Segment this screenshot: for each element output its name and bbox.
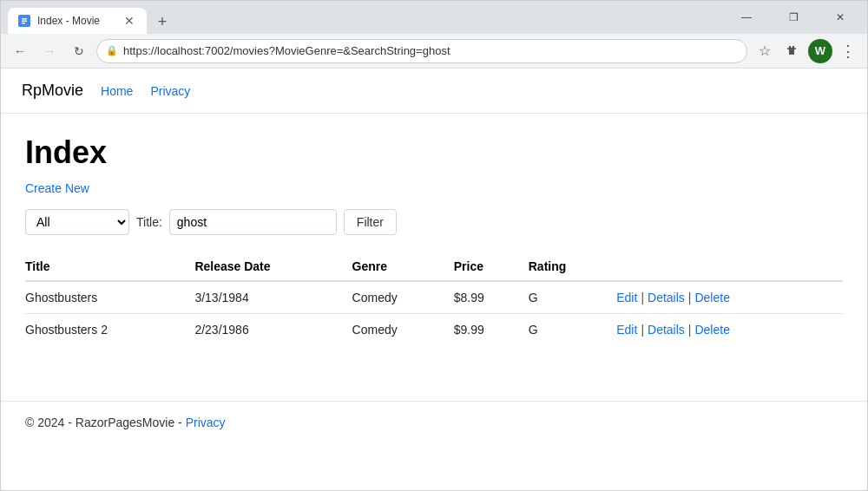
forward-button[interactable]: → (37, 39, 62, 63)
col-release-date: Release Date (194, 252, 352, 281)
toolbar-actions: ☆ W ⋮ (753, 39, 860, 63)
col-genre: Genre (352, 252, 454, 281)
browser-toolbar: ← → ↻ 🔒 https://localhost:7002/movies?Mo… (1, 34, 867, 69)
menu-button[interactable]: ⋮ (836, 39, 860, 63)
bookmark-icon[interactable]: ☆ (753, 39, 777, 63)
site-brand[interactable]: RpMovie (22, 82, 83, 100)
browser-tab[interactable]: Index - Movie ✕ (8, 8, 147, 34)
address-bar[interactable]: 🔒 https://localhost:7002/movies?MovieGen… (96, 39, 747, 63)
tab-title: Index - Movie (37, 15, 100, 27)
lock-icon: 🔒 (106, 45, 118, 56)
svg-rect-1 (22, 18, 27, 20)
url-text: https://localhost:7002/movies?MovieGenre… (123, 44, 738, 57)
details-link[interactable]: Details (648, 323, 685, 337)
page-content: RpMovie Home Privacy Index Create New Al… (1, 69, 867, 490)
cell-release-date: 2/23/1986 (194, 314, 352, 346)
sep1: | (641, 323, 644, 337)
footer-text: © 2024 - RazorPagesMovie - (25, 416, 182, 429)
browser-titlebar: Index - Movie ✕ + — ❐ ✕ (1, 1, 867, 34)
cell-rating: G (529, 314, 617, 346)
cell-title: Ghostbusters (25, 281, 194, 314)
cell-rating: G (529, 281, 617, 314)
svg-rect-2 (22, 21, 27, 23)
sep2: | (688, 323, 692, 337)
table-row: Ghostbusters 3/13/1984 Comedy $8.99 G Ed… (25, 281, 843, 314)
cell-price: $9.99 (454, 314, 529, 346)
col-title: Title (25, 252, 194, 281)
movies-table: Title Release Date Genre Price Rating Gh… (25, 252, 843, 345)
site-nav: RpMovie Home Privacy (1, 69, 867, 114)
edit-link[interactable]: Edit (616, 323, 637, 337)
col-rating: Rating (529, 252, 617, 281)
back-button[interactable]: ← (8, 39, 32, 63)
cell-price: $8.99 (454, 281, 529, 314)
filter-button[interactable]: Filter (344, 209, 397, 235)
delete-link[interactable]: Delete (694, 291, 729, 304)
table-row: Ghostbusters 2 2/23/1986 Comedy $9.99 G … (25, 314, 843, 346)
title-filter-label: Title: (136, 215, 162, 229)
profile-button[interactable]: W (808, 39, 832, 63)
cell-title: Ghostbusters 2 (25, 314, 194, 346)
minimize-button[interactable]: — (727, 4, 766, 30)
reload-button[interactable]: ↻ (67, 39, 91, 63)
close-button[interactable]: ✕ (820, 4, 860, 30)
nav-link-privacy[interactable]: Privacy (150, 84, 190, 98)
footer-privacy-link[interactable]: Privacy (186, 416, 226, 429)
main-content: Index Create New All Comedy Drama Action… (1, 114, 867, 366)
table-body: Ghostbusters 3/13/1984 Comedy $8.99 G Ed… (25, 281, 843, 345)
sep2: | (688, 291, 692, 304)
nav-link-home[interactable]: Home (101, 84, 133, 98)
table-header: Title Release Date Genre Price Rating (25, 252, 843, 281)
col-price: Price (454, 252, 529, 281)
tab-close-button[interactable]: ✕ (122, 14, 136, 28)
sep1: | (641, 291, 644, 304)
details-link[interactable]: Details (648, 291, 685, 304)
extensions-icon[interactable] (780, 39, 805, 63)
col-actions (616, 252, 843, 281)
page-title: Index (25, 134, 843, 171)
create-new-link[interactable]: Create New (25, 181, 89, 195)
window-controls: — ❐ ✕ (727, 4, 860, 30)
site-footer: © 2024 - RazorPagesMovie - Privacy (1, 401, 867, 443)
cell-genre: Comedy (352, 314, 454, 346)
cell-release-date: 3/13/1984 (194, 281, 352, 314)
cell-genre: Comedy (352, 281, 454, 314)
maximize-button[interactable]: ❐ (773, 4, 813, 30)
title-search-input[interactable] (169, 209, 337, 235)
cell-actions: Edit|Details|Delete (616, 314, 843, 346)
genre-select[interactable]: All Comedy Drama Action Horror (25, 209, 129, 235)
svg-rect-3 (22, 23, 25, 24)
delete-link[interactable]: Delete (694, 323, 729, 337)
cell-actions: Edit|Details|Delete (616, 281, 843, 314)
edit-link[interactable]: Edit (616, 291, 637, 304)
new-tab-button[interactable]: + (150, 10, 174, 34)
tab-favicon (18, 15, 30, 27)
filter-bar: All Comedy Drama Action Horror Title: Fi… (25, 209, 843, 235)
